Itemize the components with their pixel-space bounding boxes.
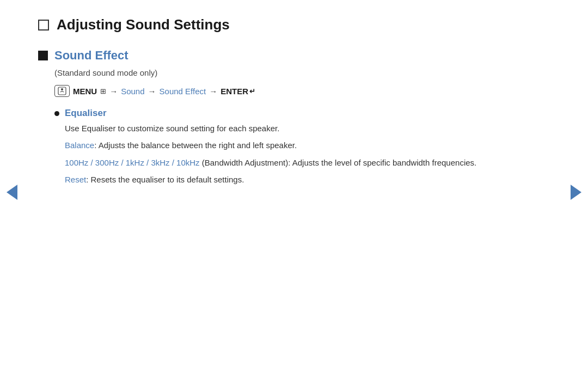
- arrow-2: →: [148, 87, 156, 96]
- bullet-section: Equaliser Use Equaliser to customize sou…: [54, 108, 544, 190]
- arrow-1: →: [109, 87, 118, 96]
- bandwidth-label: 100Hz / 300Hz / 1kHz / 3kHz / 10kHz: [65, 158, 200, 167]
- balance-label: Balance: [65, 141, 94, 150]
- section-header: Sound Effect: [38, 48, 544, 63]
- menu-path: MENU ⊞ → Sound → Sound Effect → ENTER↵: [54, 85, 544, 97]
- reset-description: Reset: Resets the equaliser to its defau…: [65, 173, 544, 186]
- menu-icon: [54, 85, 70, 97]
- page-title: Adjusting Sound Settings: [38, 16, 544, 33]
- menu-label: MENU: [73, 87, 97, 96]
- bullet-dot: [54, 111, 59, 116]
- reset-label: Reset: [65, 175, 86, 184]
- bandwidth-text: (Bandwidth Adjustment): Adjusts the leve…: [200, 158, 477, 167]
- equaliser-content: Equaliser Use Equaliser to customize sou…: [65, 108, 544, 190]
- menu-grid-icon: ⊞: [100, 87, 106, 95]
- black-square-icon: [38, 51, 48, 60]
- nav-arrow-right[interactable]: [571, 185, 581, 200]
- enter-icon: ↵: [249, 87, 255, 95]
- menu-link-sound: Sound: [121, 87, 144, 96]
- balance-text: : Adjusts the balance between the right …: [94, 141, 297, 150]
- reset-text: : Resets the equaliser to its default se…: [86, 175, 244, 184]
- equaliser-description: Use Equaliser to customize sound setting…: [65, 122, 544, 135]
- page-container: Adjusting Sound Settings Sound Effect (S…: [0, 0, 588, 215]
- bandwidth-description: 100Hz / 300Hz / 1kHz / 3kHz / 10kHz (Ban…: [65, 156, 544, 169]
- nav-arrow-left[interactable]: [7, 185, 17, 200]
- menu-link-sound-effect: Sound Effect: [160, 87, 206, 96]
- sound-effect-section: Sound Effect (Standard sound mode only) …: [38, 48, 544, 190]
- svg-point-0: [61, 88, 63, 90]
- section-title: Sound Effect: [54, 48, 128, 63]
- enter-label: ENTER↵: [220, 87, 255, 96]
- balance-description: Balance: Adjusts the balance between the…: [65, 139, 544, 151]
- page-title-text: Adjusting Sound Settings: [57, 16, 230, 33]
- equaliser-title: Equaliser: [65, 108, 544, 119]
- checkbox-icon: [38, 20, 49, 31]
- section-subtitle: (Standard sound mode only): [54, 68, 544, 77]
- equaliser-item: Equaliser Use Equaliser to customize sou…: [54, 108, 544, 190]
- arrow-3: →: [209, 87, 217, 96]
- enter-text: ENTER: [220, 87, 248, 96]
